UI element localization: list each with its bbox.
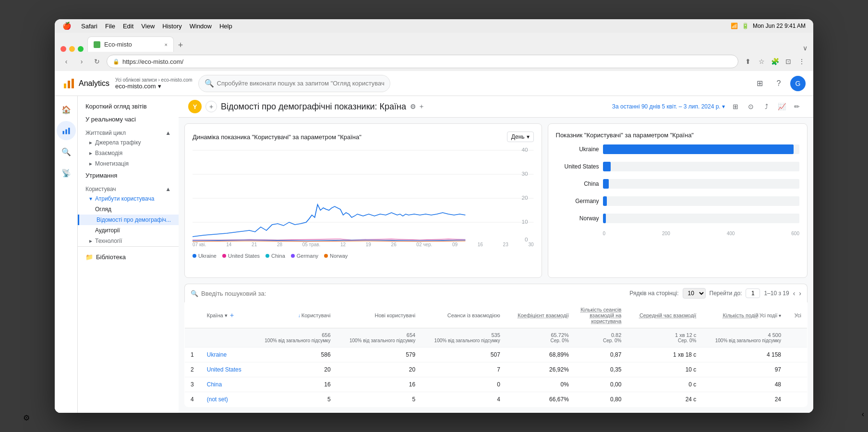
legend-label-ukraine: Ukraine bbox=[198, 253, 217, 259]
col-header-users[interactable]: ↓ Користувачі bbox=[252, 303, 337, 328]
sidebar-icon-home[interactable]: 🏠 bbox=[57, 100, 76, 119]
row2-new-users: 20 bbox=[337, 362, 422, 377]
sidebar-item-demographics-label: Відомості про демографіч... bbox=[96, 216, 171, 223]
ga4-account-selector[interactable]: eco-misto.com ▾ bbox=[115, 83, 193, 90]
menu-file[interactable]: File bbox=[105, 23, 115, 30]
sidebar-icon-reports[interactable] bbox=[57, 121, 76, 140]
window-minimize[interactable] bbox=[69, 46, 75, 52]
apple-menu[interactable]: 🍎 bbox=[62, 22, 72, 30]
sidebar-item-monetization[interactable]: ▸ Монетизація bbox=[78, 158, 179, 169]
sidebar-icon-advertising[interactable]: 📡 bbox=[57, 163, 76, 182]
bookmark-btn[interactable]: ☆ bbox=[756, 56, 767, 67]
window-maximize[interactable] bbox=[78, 46, 84, 52]
svg-rect-0 bbox=[64, 84, 66, 88]
menu-history[interactable]: History bbox=[162, 23, 181, 30]
report-add-tab-icon[interactable]: ＋ bbox=[418, 102, 425, 111]
menu-edit[interactable]: Edit bbox=[123, 23, 133, 30]
prev-page-btn[interactable]: ‹ bbox=[793, 289, 796, 297]
rows-per-page-select[interactable]: 10 25 50 bbox=[683, 288, 706, 299]
filter-icon-btn[interactable]: ⊙ bbox=[744, 100, 758, 113]
col-header-country[interactable]: Країна ▾ ＋ bbox=[201, 303, 252, 328]
next-page-btn[interactable]: › bbox=[799, 289, 801, 297]
row2-country[interactable]: United States bbox=[201, 362, 252, 377]
sidebar-wrapper: 🏠 🔍 📡 Короткий огляд звітів У реальному … bbox=[55, 96, 179, 413]
sidebar-toggle-btn[interactable]: ⊡ bbox=[783, 56, 794, 67]
sidebar-item-tech[interactable]: ▸ Технології bbox=[78, 236, 179, 246]
ga4-search-input[interactable] bbox=[217, 80, 384, 87]
sidebar-section-lifecycle[interactable]: Життєвий цикл ▲ bbox=[78, 126, 179, 137]
back-btn[interactable]: ‹ bbox=[60, 56, 72, 67]
row4-country[interactable]: (not set) bbox=[201, 392, 252, 407]
sidebar-item-audiences[interactable]: Аудиторії bbox=[78, 225, 179, 236]
new-tab-btn[interactable]: + bbox=[174, 38, 187, 52]
table-search[interactable]: 🔍 bbox=[191, 290, 282, 297]
sidebar-section-user[interactable]: Користувач ▲ bbox=[78, 182, 179, 193]
row3-country[interactable]: China bbox=[201, 377, 252, 392]
help-icon-btn[interactable]: ? bbox=[771, 76, 786, 91]
sidebar-item-retention[interactable]: Утримання bbox=[78, 169, 179, 182]
apps-icon-btn[interactable]: ⊞ bbox=[752, 76, 767, 91]
compare-icon-btn[interactable]: ⊞ bbox=[729, 100, 742, 113]
menu-help[interactable]: Help bbox=[219, 23, 232, 30]
legend-label-china: China bbox=[271, 253, 285, 259]
mac-menu-right: 📶 🔋 Mon Jun 22 9:41 AM bbox=[731, 23, 806, 29]
sidebar-item-engagement[interactable]: ▸ Взаємодія bbox=[78, 148, 179, 158]
legend-label-us: United States bbox=[228, 253, 260, 259]
bar-axis: 0200400600 bbox=[556, 231, 799, 236]
col-header-avg-time[interactable]: Середній час взаємодії bbox=[627, 303, 702, 328]
sidebar-section-user-chevron: ▲ bbox=[165, 186, 171, 192]
row1-country[interactable]: Ukraine bbox=[201, 348, 252, 362]
row2-users: 20 bbox=[252, 362, 337, 377]
report-add-btn[interactable]: + bbox=[205, 101, 217, 112]
goto-input[interactable] bbox=[746, 288, 760, 298]
user-avatar[interactable]: G bbox=[790, 76, 806, 91]
url-box[interactable]: 🔒 https://eco-misto.com/ bbox=[107, 55, 738, 68]
goto-label: Перейти до: bbox=[710, 290, 742, 297]
table-search-input[interactable] bbox=[201, 290, 282, 297]
sidebar-icon-explore[interactable]: 🔍 bbox=[57, 142, 76, 161]
share-btn[interactable]: ⬆ bbox=[742, 56, 754, 67]
active-tab[interactable]: Eco-misto × bbox=[87, 36, 174, 52]
col-header-other[interactable]: Усі bbox=[787, 303, 807, 328]
window-close[interactable] bbox=[60, 46, 66, 52]
menu-window[interactable]: Window bbox=[190, 23, 212, 30]
share-icon-btn[interactable]: ⤴ bbox=[760, 100, 773, 113]
menu-view[interactable]: View bbox=[141, 23, 155, 30]
menu-safari[interactable]: Safari bbox=[81, 23, 97, 30]
forward-btn[interactable]: › bbox=[76, 56, 87, 67]
row2-engagement-rate: 26,92% bbox=[506, 362, 575, 377]
insights-icon-btn[interactable]: 📈 bbox=[775, 100, 788, 113]
col-country-add-icon[interactable]: ＋ bbox=[229, 311, 235, 320]
tab-close-btn[interactable]: × bbox=[165, 42, 168, 48]
col-events-filter[interactable]: Усі події ▾ bbox=[760, 313, 781, 318]
row4-sessions-per-user: 0,80 bbox=[575, 392, 627, 407]
col-header-sessions-per-user[interactable]: Кількість сеансів взаємодій на користува… bbox=[575, 303, 627, 328]
sidebar-item-demographics[interactable]: Відомості про демографіч... bbox=[78, 215, 179, 225]
sidebar-item-realtime[interactable]: У реальному часі bbox=[78, 113, 179, 126]
edit-icon-btn[interactable]: ✏ bbox=[790, 100, 804, 113]
sidebar-item-traffic-label: Джерела трафіку bbox=[95, 139, 141, 146]
sidebar-item-user-attrs[interactable]: ▾ Атрибути користувача bbox=[78, 193, 179, 204]
sidebar-item-traffic[interactable]: ▸ Джерела трафіку bbox=[78, 137, 179, 148]
report-settings-icon[interactable]: ⚙ bbox=[410, 103, 416, 110]
sidebar-item-overview[interactable]: Короткий огляд звітів bbox=[78, 100, 179, 113]
sidebar-item-user-overview[interactable]: Огляд bbox=[78, 204, 179, 215]
more-btn[interactable]: ⋮ bbox=[796, 56, 808, 67]
date-range-selector[interactable]: За останні 90 днів 5 квіт. – 3 лип. 2024… bbox=[612, 103, 725, 110]
row1-users: 586 bbox=[252, 348, 337, 362]
col-header-events[interactable]: Кількість подій Усі події ▾ bbox=[702, 303, 787, 328]
col-header-sessions[interactable]: Сеанси із взаємодією bbox=[421, 303, 506, 328]
chart-period-selector[interactable]: День ▾ bbox=[507, 132, 534, 142]
bar-fill-ukraine bbox=[603, 144, 794, 154]
col-header-engagement-rate[interactable]: Коефіцієнт взаємодії bbox=[506, 303, 575, 328]
svg-rect-2 bbox=[72, 79, 74, 88]
tabs-collapse-btn[interactable]: ∨ bbox=[803, 44, 808, 52]
extensions-btn[interactable]: 🧩 bbox=[769, 56, 781, 67]
col-header-new-users[interactable]: Нові користувачі bbox=[337, 303, 422, 328]
row4-index: 4 bbox=[185, 392, 201, 407]
rows-per-page-label: Рядків на сторінці: bbox=[629, 290, 678, 297]
sidebar-item-library[interactable]: 📁 Бібліотека bbox=[78, 251, 179, 264]
reload-btn[interactable]: ↻ bbox=[91, 56, 103, 67]
chevron-right-icon-2: ▸ bbox=[89, 150, 92, 156]
ga4-search-box[interactable]: 🔍 bbox=[198, 75, 390, 92]
